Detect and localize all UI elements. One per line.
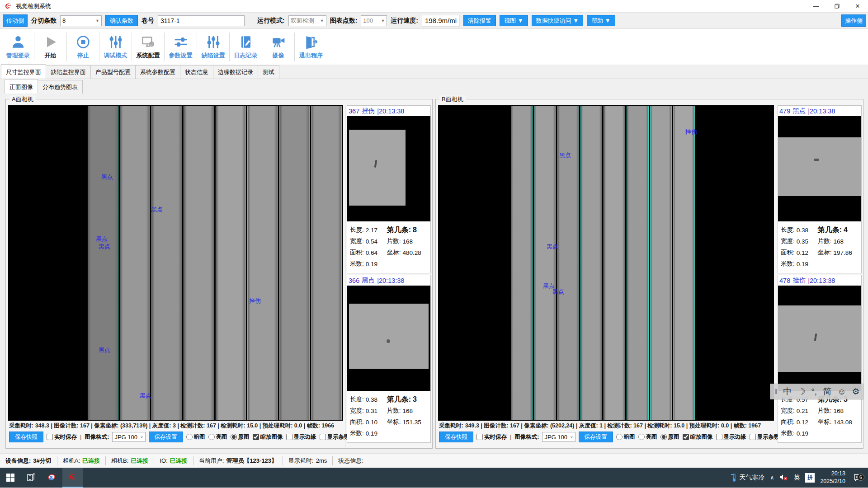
roll-number-label: 卷号 xyxy=(142,17,154,25)
defect-card[interactable]: 479 黑点 |20:13:38 长度:0.38 第几条:4 宽度:0.35 片… xyxy=(778,105,862,273)
realtime-save-checkbox[interactable] xyxy=(476,434,483,440)
tool-exit-program[interactable]: 退出程序 xyxy=(295,33,327,61)
tool-defect-settings[interactable]: 缺陷设置 xyxy=(197,33,230,61)
save-snapshot-button[interactable]: 保存快照 xyxy=(439,432,473,443)
length-label: 长度: xyxy=(350,395,364,404)
vision-app-taskbar-icon[interactable] xyxy=(62,468,83,488)
tool-parameter-settings[interactable]: 参数设置 xyxy=(165,33,197,61)
save-settings-button[interactable]: 保存设置 xyxy=(579,432,613,443)
image-format-value: JPG 100 xyxy=(114,434,137,441)
defect-card[interactable]: 367 挫伤 |20:13:38 长度:2.17 第几条:8 宽度:0.54 片… xyxy=(347,105,431,273)
tab-edge-data-record[interactable]: 边缘数据记录 xyxy=(213,65,258,79)
show-edges-checkbox[interactable] xyxy=(716,434,722,440)
bright-image-radio[interactable] xyxy=(638,434,645,440)
defect-card[interactable]: 366 黑点 |20:13:38 长度:0.38 第几条:3 宽度:0.31 片… xyxy=(347,275,431,443)
run-speed-label: 运行速度: xyxy=(391,17,418,25)
pieces-label: 片数: xyxy=(818,407,832,415)
hidden-icons-chevron[interactable]: ∧ xyxy=(770,474,774,481)
data-quick-access-button[interactable]: 数据快捷访问 ▼ xyxy=(532,15,583,26)
bright-image-radio[interactable] xyxy=(208,434,215,440)
tool-admin-login[interactable]: 管理登录 xyxy=(2,33,34,61)
help-menu-button[interactable]: 帮助 ▼ xyxy=(587,15,615,26)
status-bar: 设备信息:3#分切 相机A:已连接 相机B:已连接 IO:已连接 当前用户:管理… xyxy=(0,453,868,468)
confirm-count-button[interactable]: 确认条数 xyxy=(105,15,138,26)
defect-marker: 黑点 xyxy=(559,151,571,160)
ime-toolbar[interactable]: ‖ 中 ☽ °, 简 ☺ ⚙ xyxy=(770,384,863,399)
image-format-select[interactable]: JPG 100∨ xyxy=(542,432,575,442)
notification-center-icon[interactable]: 6 xyxy=(851,474,864,482)
tool-stop[interactable]: 停止 xyxy=(67,33,99,61)
task-view-icon[interactable] xyxy=(21,468,42,488)
operator-side-button[interactable]: 操作侧 xyxy=(841,14,866,27)
run-mode-select[interactable]: 双面检测▼ xyxy=(288,15,326,26)
chart-points-select[interactable]: 100▼ xyxy=(361,15,387,26)
slit-count-label: 分切条数 xyxy=(31,17,57,25)
dark-image-radio[interactable] xyxy=(186,434,193,440)
tab-size-monitor[interactable]: 尺寸监控界面 xyxy=(1,64,46,79)
zoom-image-checkbox[interactable] xyxy=(683,434,689,440)
camera-b-status: 已连接 xyxy=(131,457,148,465)
tab-status-info[interactable]: 状态信息 xyxy=(180,65,213,79)
simplified-chinese-toggle[interactable]: 简 xyxy=(823,386,831,398)
thumbnail-defect-spot xyxy=(814,333,817,341)
tool-camera[interactable]: 摄像 xyxy=(262,33,295,61)
save-snapshot-button[interactable]: 保存快照 xyxy=(9,432,43,443)
thumbnail-defect-spot xyxy=(374,160,377,168)
pieces-value: 168 xyxy=(403,238,413,245)
roll-number-input[interactable] xyxy=(158,15,245,26)
tool-system-config[interactable]: 系统配置 xyxy=(132,33,165,61)
tab-system-param-config[interactable]: 系统参数配置 xyxy=(135,65,180,79)
speaker-muted-icon[interactable] xyxy=(779,474,788,482)
language-indicator[interactable]: 英 xyxy=(793,474,800,482)
moon-icon[interactable]: ☽ xyxy=(797,386,805,397)
window-title: 视觉检测系统 xyxy=(16,2,51,10)
foil-strip xyxy=(279,106,310,420)
tool-log-record[interactable]: 日志记录 xyxy=(230,33,262,61)
defect-type: 黑点 xyxy=(793,107,806,115)
image-format-select[interactable]: JPG 100∨ xyxy=(112,432,145,442)
foil-strip xyxy=(88,106,118,420)
emoji-icon[interactable]: ☺ xyxy=(837,387,846,397)
ime-lang-toggle[interactable]: 中 xyxy=(783,386,792,398)
tab-defect-monitor[interactable]: 缺陷监控界面 xyxy=(46,65,91,79)
subtab-trend-chart[interactable]: 分布趋势图表 xyxy=(38,80,83,94)
view-menu-button[interactable]: 视图 ▼ xyxy=(500,15,528,26)
weather-text: 天气寒冷 xyxy=(740,474,765,482)
clock[interactable]: 20:13 2025/2/10 xyxy=(820,470,845,485)
windows-start-button[interactable] xyxy=(0,468,21,488)
weather-widget[interactable]: 天气寒冷 xyxy=(731,473,765,482)
dark-image-radio[interactable] xyxy=(616,434,623,440)
thumbnail-foil-area xyxy=(349,304,429,369)
defect-thumbnail xyxy=(778,286,861,391)
ime-settings-gear-icon[interactable]: ⚙ xyxy=(852,386,860,397)
ime-mode-indicator[interactable]: 拼 xyxy=(805,473,815,483)
close-button[interactable]: ✕ xyxy=(847,0,868,12)
tab-test[interactable]: 测试 xyxy=(258,65,279,79)
ime-drag-handle[interactable]: ‖ xyxy=(774,388,777,395)
defect-card[interactable]: 478 挫伤 |20:13:38 长度:0.57 第几条:3 宽度:0.21 片… xyxy=(778,275,862,443)
punctuation-toggle[interactable]: °, xyxy=(811,387,817,397)
subtab-front-image[interactable]: 正面图像 xyxy=(5,79,38,94)
restore-button[interactable] xyxy=(826,0,847,12)
show-count-checkbox[interactable] xyxy=(750,434,756,440)
slit-count-select[interactable]: 8▼ xyxy=(60,15,102,26)
original-image-radio[interactable] xyxy=(231,434,237,440)
save-settings-button[interactable]: 保存设置 xyxy=(149,432,183,443)
foil-strip xyxy=(247,106,278,420)
tool-start[interactable]: 开始 xyxy=(34,33,67,61)
panel-b-title: B面相机 xyxy=(439,95,466,103)
tool-debug-mode[interactable]: 调试模式 xyxy=(99,33,132,61)
drive-side-button[interactable]: 传动侧 xyxy=(3,14,28,27)
minimize-button[interactable]: — xyxy=(806,0,826,12)
snipping-tool-icon[interactable] xyxy=(42,468,62,488)
realtime-save-checkbox[interactable] xyxy=(47,434,53,440)
tab-product-model-config[interactable]: 产品型号配置 xyxy=(90,65,136,79)
defect-thumbnail xyxy=(347,116,430,221)
clear-alarm-button[interactable]: 清除报警 xyxy=(463,15,496,26)
show-count-checkbox[interactable] xyxy=(320,434,326,440)
sub-tab-bar: 正面图像 分布趋势图表 xyxy=(0,79,868,94)
original-image-radio[interactable] xyxy=(660,434,667,440)
show-edges-checkbox[interactable] xyxy=(286,434,292,440)
meters-label: 米数: xyxy=(350,429,364,437)
zoom-image-checkbox[interactable] xyxy=(253,434,259,440)
